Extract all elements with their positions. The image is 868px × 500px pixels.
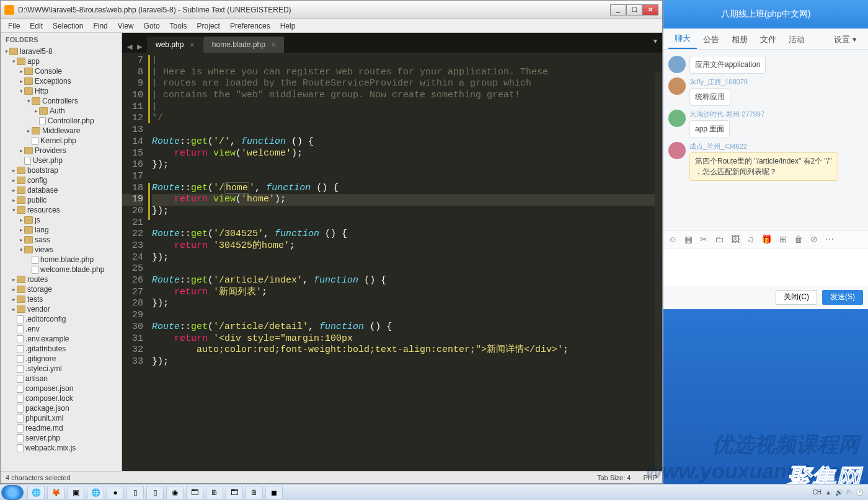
folder-item[interactable]: ▸public bbox=[3, 195, 119, 205]
folder-item[interactable]: ▾Http bbox=[3, 86, 119, 96]
block-icon[interactable]: ⊘ bbox=[810, 234, 818, 244]
menu-find[interactable]: Find bbox=[88, 20, 112, 32]
folder-item[interactable]: ▸bootstrap bbox=[3, 165, 119, 175]
taskbar-item[interactable]: ▯ bbox=[146, 486, 164, 499]
file-item[interactable]: artisan bbox=[3, 374, 119, 384]
chat-tab[interactable]: 相册 bbox=[725, 30, 754, 49]
tray-icon[interactable]: ▲ bbox=[825, 489, 831, 496]
file-item[interactable]: .styleci.yml bbox=[3, 364, 119, 374]
folder-item[interactable]: ▸database bbox=[3, 185, 119, 195]
trash-icon[interactable]: 🗑 bbox=[794, 234, 803, 244]
avatar[interactable] bbox=[668, 110, 686, 127]
menu-edit[interactable]: Edit bbox=[25, 20, 48, 32]
folder-item[interactable]: ▸js bbox=[3, 215, 119, 225]
avatar[interactable] bbox=[668, 77, 686, 95]
taskbar-item[interactable]: 🗎 bbox=[246, 486, 263, 499]
file-item[interactable]: Controller.php bbox=[3, 116, 119, 126]
folder-item[interactable]: ▸storage bbox=[3, 284, 119, 294]
file-item[interactable]: .env bbox=[3, 324, 119, 334]
more-icon[interactable]: ⋯ bbox=[825, 234, 834, 244]
tab-next-icon[interactable]: ▶ bbox=[135, 43, 144, 53]
folder-item[interactable]: ▸Middleware bbox=[3, 126, 119, 136]
file-item[interactable]: phpunit.xml bbox=[3, 413, 119, 423]
folder-item[interactable]: ▸lang bbox=[3, 225, 119, 235]
taskbar-item[interactable]: ● bbox=[107, 486, 124, 499]
maximize-button[interactable]: ☐ bbox=[626, 4, 642, 15]
gif-icon[interactable]: ▦ bbox=[684, 234, 693, 244]
close-chat-button[interactable]: 关闭(C) bbox=[776, 290, 817, 305]
file-item[interactable]: composer.json bbox=[3, 384, 119, 393]
taskbar-item[interactable]: ◼ bbox=[265, 486, 283, 499]
file-item[interactable]: .editorconfig bbox=[3, 314, 119, 324]
tab-close-icon[interactable]: × bbox=[190, 41, 193, 48]
file-item[interactable]: welcome.blade.php bbox=[3, 265, 119, 274]
folder-item[interactable]: ▸Auth bbox=[3, 106, 119, 116]
code-editor[interactable]: 7891011121314151617181920212223242526272… bbox=[122, 53, 662, 471]
folder-item[interactable]: ▾views bbox=[3, 245, 119, 255]
tab-close-icon[interactable]: × bbox=[272, 41, 275, 48]
app-icon2[interactable]: ⊞ bbox=[779, 234, 787, 244]
file-item[interactable]: Kernel.php bbox=[3, 136, 119, 146]
folder-item[interactable]: ▸routes bbox=[3, 274, 119, 284]
file-item[interactable]: package.json bbox=[3, 403, 119, 413]
minimap[interactable] bbox=[655, 72, 662, 471]
taskbar-item[interactable]: 🌐 bbox=[27, 486, 45, 499]
send-button[interactable]: 发送(S) bbox=[822, 290, 863, 305]
tray-icon[interactable]: ⚐ bbox=[846, 489, 852, 496]
status-syntax[interactable]: PHP bbox=[643, 474, 657, 481]
emoji-icon[interactable]: ☺ bbox=[668, 234, 677, 244]
taskbar-item[interactable]: ◉ bbox=[166, 486, 184, 499]
chat-tab[interactable]: 聊天 bbox=[668, 29, 697, 49]
avatar[interactable] bbox=[668, 56, 686, 73]
file-tab[interactable]: home.blade.php× bbox=[203, 37, 285, 53]
gift-icon[interactable]: 🎁 bbox=[761, 234, 772, 244]
file-item[interactable]: .env.example bbox=[3, 334, 119, 344]
file-item[interactable]: readme.md bbox=[3, 423, 119, 433]
chat-body[interactable]: 应用文件applicationJoffy_江西_108079统称应用大淘沙时代-… bbox=[663, 50, 868, 230]
taskbar-item[interactable]: 🌐 bbox=[87, 486, 104, 499]
folder-item[interactable]: ▸Providers bbox=[3, 146, 119, 156]
folder-item[interactable]: ▾resources bbox=[3, 205, 119, 215]
file-item[interactable]: .gitignore bbox=[3, 354, 119, 364]
file-item[interactable]: .gitattributes bbox=[3, 344, 119, 354]
chat-tab[interactable]: 活动 bbox=[782, 30, 811, 49]
tab-menu-icon[interactable]: ▼ bbox=[652, 38, 658, 45]
folder-item[interactable]: ▾laravel5-8 bbox=[3, 46, 119, 56]
taskbar-item[interactable]: 🗎 bbox=[206, 486, 223, 499]
code-content[interactable]: || Here is where you can register web ro… bbox=[148, 53, 662, 471]
menu-view[interactable]: View bbox=[113, 20, 139, 32]
menu-tools[interactable]: Tools bbox=[165, 20, 192, 32]
taskbar-item[interactable]: 🦊 bbox=[47, 486, 64, 499]
tab-prev-icon[interactable]: ◀ bbox=[125, 43, 135, 53]
folder-item[interactable]: ▸Console bbox=[3, 66, 119, 76]
folder-item[interactable]: ▾Controllers bbox=[3, 96, 119, 106]
music-icon[interactable]: ♫ bbox=[747, 234, 754, 244]
taskbar-item[interactable]: ▣ bbox=[67, 486, 84, 499]
file-tab[interactable]: web.php× bbox=[147, 37, 203, 53]
close-button[interactable]: ✕ bbox=[642, 4, 658, 15]
folder-item[interactable]: ▸sass bbox=[3, 235, 119, 245]
folder-item[interactable]: ▾app bbox=[3, 56, 119, 66]
menu-preferences[interactable]: Preferences bbox=[225, 20, 275, 32]
folder-item[interactable]: ▸vendor bbox=[3, 304, 119, 314]
file-item[interactable]: User.php bbox=[3, 156, 119, 165]
tray-icon[interactable]: 🕐 bbox=[856, 489, 863, 496]
lang-indicator[interactable]: CH bbox=[813, 489, 822, 496]
tray-icon[interactable]: 🔊 bbox=[835, 489, 843, 496]
chat-tab[interactable]: 文件 bbox=[754, 30, 782, 49]
menu-project[interactable]: Project bbox=[192, 20, 225, 32]
status-tab-size[interactable]: Tab Size: 4 bbox=[597, 474, 631, 481]
chat-settings[interactable]: 设置 ▾ bbox=[828, 30, 863, 49]
menu-help[interactable]: Help bbox=[275, 20, 301, 32]
file-item[interactable]: server.php bbox=[3, 433, 119, 443]
taskbar-item[interactable]: 🗔 bbox=[186, 486, 203, 499]
taskbar-item[interactable]: 🗔 bbox=[226, 486, 243, 499]
title-bar[interactable]: D:\WWW\laravel5-8\routes\web.php (larave… bbox=[1, 1, 662, 19]
cut-icon[interactable]: ✂ bbox=[700, 234, 707, 244]
file-item[interactable]: composer.lock bbox=[3, 393, 119, 403]
file-item[interactable]: webpack.mix.js bbox=[3, 443, 119, 453]
start-button[interactable] bbox=[1, 485, 24, 500]
folder-item[interactable]: ▸Exceptions bbox=[3, 76, 119, 86]
taskbar-item[interactable]: ▯ bbox=[126, 486, 144, 499]
chat-tab[interactable]: 公告 bbox=[697, 30, 725, 49]
